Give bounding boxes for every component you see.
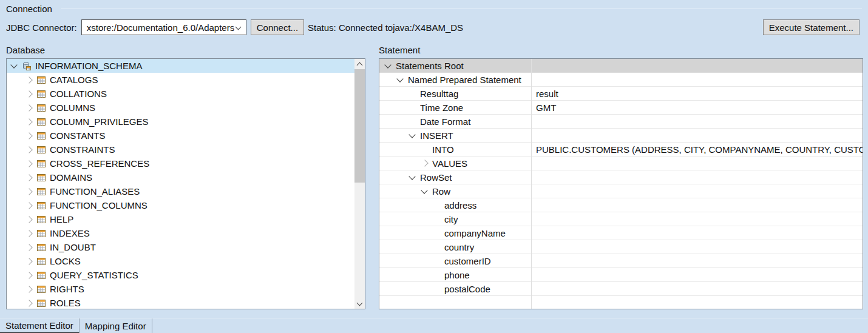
chevron-collapsed-icon[interactable]	[25, 286, 32, 292]
chevron-collapsed-icon[interactable]	[25, 132, 32, 139]
statement-row[interactable]: phone	[379, 268, 863, 282]
tree-item-table[interactable]: ROLES	[7, 296, 354, 309]
chevron-slot	[26, 133, 36, 138]
table-icon	[36, 145, 46, 155]
tree-item-table[interactable]: DOMAINS	[7, 170, 354, 184]
chevron-icon[interactable]	[384, 61, 391, 68]
statement-row-name-cell: INSERT	[379, 130, 532, 141]
statement-row[interactable]: country	[379, 240, 863, 254]
database-icon	[22, 61, 32, 71]
tree-item-table[interactable]: COLUMNS	[7, 101, 354, 115]
statement-row[interactable]: companyName	[379, 226, 863, 240]
chevron-icon[interactable]	[421, 187, 427, 193]
table-icon	[36, 173, 46, 183]
tree-item-table[interactable]: FUNCTION_COLUMNS	[7, 198, 354, 212]
chevron-collapsed-icon[interactable]	[25, 160, 32, 167]
chevron-collapsed-icon[interactable]	[25, 146, 32, 153]
chevron-collapsed-icon[interactable]	[25, 244, 32, 251]
column-divider[interactable]	[531, 59, 532, 309]
connect-button[interactable]: Connect...	[251, 19, 304, 35]
statement-row-value-cell[interactable]: result	[532, 89, 863, 99]
chevron-collapsed-icon[interactable]	[25, 272, 32, 278]
chevron-collapsed-icon[interactable]	[25, 202, 32, 209]
statement-row[interactable]: customerID	[379, 254, 863, 268]
chevron-collapsed-icon[interactable]	[25, 300, 32, 306]
scroll-up-button[interactable]	[354, 59, 365, 69]
chevron-slot	[26, 78, 36, 82]
tree-item-table[interactable]: FUNCTION_ALIASES	[7, 184, 354, 198]
chevron-expanded-icon[interactable]	[10, 61, 17, 68]
tree-item-table[interactable]: INDEXES	[7, 226, 354, 240]
chevron-slot	[26, 203, 36, 208]
tree-item-table[interactable]: RIGHTS	[7, 282, 354, 296]
statement-row-label: VALUES	[432, 158, 467, 169]
tree-item-label: COLLATIONS	[50, 89, 107, 99]
statement-row[interactable]: INTO PUBLIC.CUSTOMERS (ADDRESS, CITY, CO…	[379, 143, 863, 156]
statement-row[interactable]	[379, 296, 863, 309]
statement-row-name-cell: Row	[379, 186, 532, 197]
statement-row[interactable]: Statements Root	[379, 59, 863, 73]
chevron-collapsed-icon[interactable]	[25, 174, 32, 181]
tree-item-table[interactable]: IN_DOUBT	[7, 240, 354, 254]
chevron-slot	[398, 78, 408, 81]
chevron-collapsed-icon[interactable]	[25, 230, 32, 237]
chevron-slot	[26, 273, 36, 278]
statement-row[interactable]: postalCode	[379, 282, 863, 296]
chevron-collapsed-icon[interactable]	[25, 118, 32, 125]
chevron-collapsed-icon[interactable]	[25, 188, 32, 195]
tree-item-table[interactable]: COLUMN_PRIVILEGES	[7, 115, 354, 129]
statement-row-name-cell: phone	[379, 270, 532, 280]
statement-row-label: INSERT	[420, 130, 453, 141]
statement-row-name-cell: country	[379, 242, 532, 252]
table-icon	[36, 75, 46, 85]
table-icon	[36, 201, 46, 210]
scroll-down-button[interactable]	[354, 298, 365, 309]
statement-row[interactable]: address	[379, 198, 863, 212]
statement-row[interactable]: Resulttag result	[379, 87, 863, 101]
statement-row[interactable]: Date Format	[379, 115, 863, 129]
table-icon	[36, 89, 46, 99]
tree-item-table[interactable]: COLLATIONS	[7, 87, 354, 101]
statement-row[interactable]: VALUES	[379, 156, 863, 170]
tree-item-label: RIGHTS	[50, 284, 84, 294]
scrollbar-thumb[interactable]	[354, 69, 365, 183]
statement-row[interactable]: Time Zone GMT	[379, 101, 863, 115]
jdbc-connector-label: JDBC Connector:	[6, 22, 77, 33]
tree-item-label: FUNCTION_COLUMNS	[50, 200, 147, 210]
tree-item-table[interactable]: CONSTRAINTS	[7, 143, 354, 156]
statement-row-value-cell[interactable]: GMT	[532, 103, 863, 113]
editor-tab[interactable]: Statement Editor	[0, 318, 80, 333]
editor-tab[interactable]: Mapping Editor	[80, 318, 152, 333]
chevron-collapsed-icon[interactable]	[25, 258, 32, 264]
chevron-up-icon	[357, 62, 363, 68]
chevron-collapsed-icon[interactable]	[25, 104, 32, 111]
statement-row-value-cell[interactable]: PUBLIC.CUSTOMERS (ADDRESS, CITY, COMPANY…	[532, 144, 863, 155]
tree-item-table[interactable]: QUERY_STATISTICS	[7, 268, 354, 282]
statement-row[interactable]: Named Prepared Statement	[379, 73, 863, 87]
chevron-slot	[26, 92, 36, 96]
statement-row[interactable]: INSERT	[379, 129, 863, 143]
chevron-icon[interactable]	[409, 131, 415, 138]
jdbc-connector-dropdown[interactable]: xstore:/Documentation_6.0/Adapters	[81, 19, 246, 35]
chevron-collapsed-icon[interactable]	[25, 76, 32, 83]
execute-statement-button[interactable]: Execute Statement...	[763, 19, 860, 35]
tree-item-table[interactable]: CATALOGS	[7, 73, 354, 87]
tree-item-label: INDEXES	[50, 228, 90, 238]
tree-item-label: ROLES	[50, 298, 81, 308]
tree-item-table[interactable]: CROSS_REFERENCES	[7, 156, 354, 170]
chevron-icon[interactable]	[396, 75, 403, 82]
chevron-collapsed-icon[interactable]	[25, 90, 32, 97]
statement-row[interactable]: RowSet	[379, 170, 863, 184]
statement-row[interactable]: Row	[379, 184, 863, 198]
chevron-slot	[410, 134, 420, 137]
tree-item-table[interactable]: CONSTANTS	[7, 129, 354, 143]
chevron-icon[interactable]	[409, 173, 415, 180]
chevron-icon[interactable]	[421, 160, 428, 166]
vertical-scrollbar[interactable]	[354, 59, 365, 309]
chevron-slot	[410, 119, 420, 124]
tree-item-table[interactable]: LOCKS	[7, 254, 354, 268]
tree-item-information-schema[interactable]: INFORMATION_SCHEMA	[7, 59, 354, 73]
chevron-collapsed-icon[interactable]	[25, 216, 32, 223]
statement-row[interactable]: city	[379, 212, 863, 226]
tree-item-table[interactable]: HELP	[7, 212, 354, 226]
